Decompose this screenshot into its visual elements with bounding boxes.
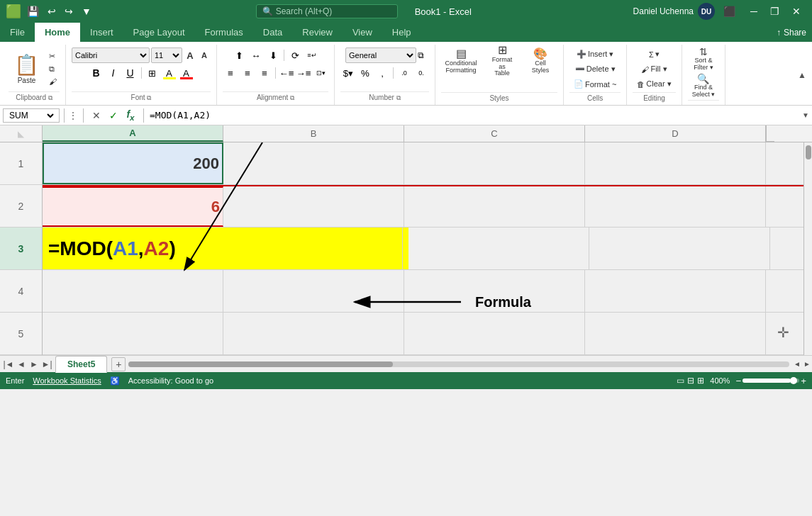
minimize-button[interactable]: ─ [744, 4, 764, 19]
zoom-slider-thumb[interactable] [790, 377, 797, 384]
clear-button[interactable]: 🗑 Clear ▾ [633, 77, 675, 91]
cell-A4[interactable] [43, 270, 223, 312]
expand-formula-bar-icon[interactable]: ▼ [802, 111, 809, 119]
more-button[interactable]: ▼ [79, 4, 94, 18]
name-box-select[interactable]: SUM [6, 110, 56, 121]
column-header-C[interactable]: C [404, 125, 585, 142]
number-format-select[interactable]: General [345, 47, 416, 63]
italic-button[interactable]: I [106, 65, 121, 81]
underline-button[interactable]: U [123, 65, 138, 81]
column-header-D[interactable]: D [585, 125, 766, 142]
increase-font-size-button[interactable]: A [184, 49, 196, 62]
scroll-left-button[interactable]: ◄ [792, 359, 802, 369]
insert-cells-button[interactable]: ➕ Insert ▾ [572, 47, 618, 61]
cell-D1[interactable] [585, 142, 766, 184]
cell-B4[interactable] [223, 270, 404, 312]
h-scroll-thumb[interactable] [128, 361, 393, 367]
copy-button[interactable]: ⧉ [46, 63, 60, 75]
prev-sheet-button[interactable]: ◄ [16, 359, 27, 370]
page-break-view-button[interactable]: ⊞ [697, 376, 704, 386]
formula-bar-options-icon[interactable]: ⋮ [69, 111, 77, 120]
increase-decimal-button[interactable]: .0 [396, 65, 412, 81]
close-button[interactable]: ✕ [786, 4, 806, 19]
redo-button[interactable]: ↪ [62, 4, 76, 18]
decrease-font-size-button[interactable]: A [198, 49, 211, 62]
format-painter-button[interactable]: 🖌 [46, 76, 60, 87]
row-header-3[interactable]: 3 [0, 228, 42, 270]
tab-review[interactable]: Review [292, 23, 343, 42]
search-box[interactable]: 🔍 [256, 4, 398, 18]
align-left-button[interactable]: ≡ [223, 65, 238, 81]
tab-home[interactable]: Home [35, 23, 80, 42]
tab-formulas[interactable]: Formulas [195, 23, 253, 42]
fill-button[interactable]: 🖌 Fill ▾ [637, 62, 671, 76]
decrease-indent-button[interactable]: ←≡ [279, 65, 294, 81]
vertical-scrollbar[interactable] [803, 142, 812, 355]
cut-button[interactable]: ✂ [46, 50, 60, 62]
align-center-button[interactable]: ≡ [240, 65, 255, 81]
bold-button[interactable]: B [89, 65, 104, 81]
ribbon-display-button[interactable]: ⬛ [721, 4, 738, 18]
cell-D4[interactable] [585, 270, 766, 312]
cell-A5[interactable] [43, 313, 223, 354]
workbook-statistics[interactable]: Workbook Statistics [33, 376, 101, 385]
add-sheet-button[interactable]: + [111, 357, 126, 371]
cell-B2[interactable] [223, 186, 404, 227]
name-box[interactable]: SUM [3, 108, 60, 123]
orientation-button[interactable]: ⟳ [287, 47, 303, 63]
align-bottom-button[interactable]: ⬇ [265, 47, 281, 63]
cell-C1[interactable] [404, 142, 585, 184]
accounting-button[interactable]: $▾ [340, 65, 356, 81]
sheet-tab-sheet5[interactable]: Sheet5 [55, 356, 107, 373]
undo-button[interactable]: ↩ [45, 4, 59, 18]
wrap-text-button[interactable]: ≡↵ [304, 47, 320, 63]
cancel-formula-icon[interactable]: ✕ [89, 110, 104, 121]
cell-A2[interactable]: 6 [43, 186, 223, 227]
tab-insert[interactable]: Insert [80, 23, 123, 42]
autosum-button[interactable]: Σ ▾ [645, 47, 664, 61]
first-sheet-button[interactable]: |◄ [3, 359, 14, 370]
cell-C4[interactable] [404, 270, 585, 312]
select-all-button[interactable]: ◣ [0, 125, 43, 142]
comma-button[interactable]: , [374, 65, 390, 81]
zoom-out-button[interactable]: − [735, 376, 741, 386]
tab-view[interactable]: View [343, 23, 382, 42]
next-sheet-button[interactable]: ► [28, 359, 40, 370]
align-top-button[interactable]: ⬆ [231, 47, 247, 63]
row-header-4[interactable]: 4 [0, 270, 42, 313]
scroll-right-button[interactable]: ► [802, 359, 812, 369]
format-as-table-button[interactable]: ⊞ Format asTable [484, 47, 521, 73]
search-input[interactable] [276, 6, 382, 16]
format-cells-button[interactable]: 📄 Format ~ [569, 77, 621, 91]
find-select-button[interactable]: 🔍 Find &Select ▾ [688, 73, 720, 99]
cell-D5[interactable] [585, 313, 766, 354]
cell-C2[interactable] [404, 186, 585, 227]
page-layout-view-button[interactable]: ⊟ [687, 376, 694, 386]
cell-D2[interactable] [585, 186, 766, 227]
row-header-1[interactable]: 1 [0, 142, 42, 185]
column-header-B[interactable]: B [223, 125, 404, 142]
cell-A3[interactable]: =MOD(A1,A2) [43, 228, 403, 269]
cell-styles-button[interactable]: 🎨 Cell Styles [523, 47, 557, 73]
tab-help[interactable]: Help [382, 23, 421, 42]
share-button[interactable]: ↑ Share [777, 28, 806, 38]
formula-input[interactable] [150, 110, 799, 120]
confirm-formula-icon[interactable]: ✓ [106, 110, 121, 121]
align-right-button[interactable]: ≡ [257, 65, 272, 81]
last-sheet-button[interactable]: ►| [41, 359, 52, 370]
sort-filter-button[interactable]: ⇅ Sort &Filter ▾ [688, 46, 720, 72]
ribbon-collapse[interactable]: ▲ [795, 45, 809, 105]
merge-center-button[interactable]: ⊡▾ [313, 65, 328, 81]
decrease-decimal-button[interactable]: 0. [413, 65, 429, 81]
zoom-in-button[interactable]: + [801, 376, 806, 386]
cell-B1[interactable] [223, 142, 404, 184]
fill-color-button[interactable]: A [162, 65, 177, 81]
conditional-formatting-button[interactable]: ▤ ConditionalFormatting [441, 47, 481, 73]
increase-indent-button[interactable]: →≡ [296, 65, 311, 81]
restore-button[interactable]: ❐ [765, 4, 785, 19]
row-header-5[interactable]: 5 [0, 313, 42, 355]
save-button[interactable]: 💾 [24, 4, 42, 18]
normal-view-button[interactable]: ▭ [677, 376, 684, 386]
row-header-2[interactable]: 2 [0, 185, 42, 228]
column-header-A[interactable]: A [43, 125, 223, 142]
